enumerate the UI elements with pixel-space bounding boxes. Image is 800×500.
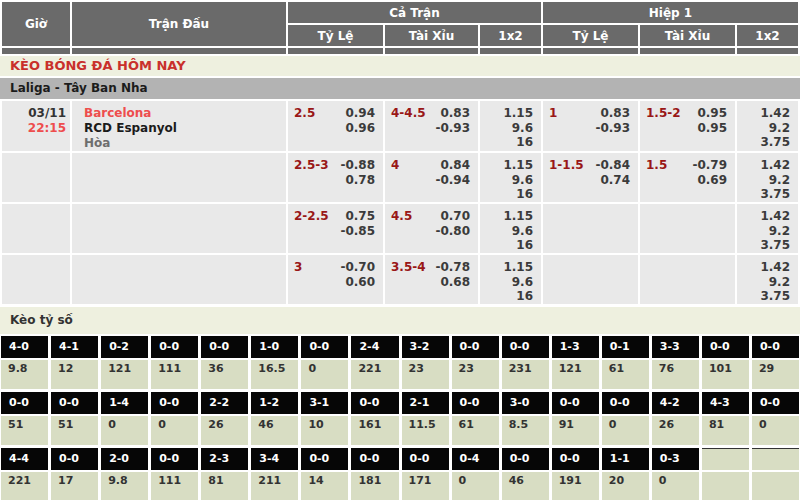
col-header-match: Trận Đấu: [72, 2, 286, 46]
ft-over-under-cell[interactable]: 3.5-4-0.780.68: [385, 255, 478, 304]
score-cell[interactable]: 0-091: [552, 392, 599, 445]
score-label: 3-3: [652, 336, 699, 358]
score-cell[interactable]: 0-0111: [151, 448, 198, 500]
h1-over-under-cell[interactable]: 1.5-0.790.69: [640, 153, 735, 202]
score-label: 0-0: [402, 448, 449, 470]
score-cell[interactable]: 4-09.8: [1, 336, 48, 389]
col-header-h1-1x2: 1x2: [737, 25, 798, 46]
score-cell[interactable]: 0-0181: [351, 448, 398, 500]
ft-1x2-cell[interactable]: 1.159.616: [480, 204, 541, 253]
score-odds: 26: [652, 416, 699, 445]
ft-over-under-cell[interactable]: 40.84-0.94: [385, 153, 478, 202]
odds-value: 0.68: [385, 275, 470, 290]
ft-handicap-cell[interactable]: 3-0.700.60: [288, 255, 383, 304]
score-cell[interactable]: 2-09.8: [101, 448, 148, 500]
score-cell[interactable]: 0-036: [201, 336, 248, 389]
score-cell[interactable]: 0-051: [51, 392, 98, 445]
ft-handicap-cell[interactable]: 2-2.50.75-0.85: [288, 204, 383, 253]
score-cell[interactable]: 0-00: [602, 392, 649, 445]
score-cell[interactable]: 2-226: [201, 392, 248, 445]
h1-1x2-cell[interactable]: 1.429.23.75: [737, 101, 798, 151]
score-cell[interactable]: 2-4221: [351, 336, 398, 389]
score-cell[interactable]: 0-00: [301, 336, 348, 389]
odds-value: 3.75: [737, 187, 790, 202]
score-odds: 0: [151, 416, 198, 445]
score-cell[interactable]: 0-061: [452, 392, 499, 445]
score-cell[interactable]: 0-0231: [502, 336, 549, 389]
score-cell[interactable]: 4-381: [702, 392, 749, 445]
time-cell: [2, 204, 70, 253]
score-label: 0-3: [652, 448, 699, 470]
score-cell[interactable]: 2-111.5: [402, 392, 449, 445]
ft-1x2-cell[interactable]: 1.159.616: [480, 101, 541, 151]
score-cell[interactable]: 3-376: [652, 336, 699, 389]
score-cell[interactable]: 1-120: [602, 448, 649, 500]
score-cell[interactable]: 1-246: [251, 392, 298, 445]
score-cell[interactable]: 0-00: [151, 392, 198, 445]
ft-over-under-cell[interactable]: 4.50.70-0.80: [385, 204, 478, 253]
score-cell[interactable]: 0-029: [752, 336, 799, 389]
odds-value: 16: [480, 135, 533, 150]
h1-1x2-cell[interactable]: 1.429.23.75: [737, 255, 798, 304]
col-header-h1-over-under: Tài Xỉu: [640, 25, 735, 46]
odds-value: 9.6: [480, 173, 533, 188]
h1-1x2-cell[interactable]: 1.429.23.75: [737, 204, 798, 253]
score-cell[interactable]: 1-016.5: [251, 336, 298, 389]
odds-value: 1.42: [737, 158, 790, 173]
score-cell[interactable]: 1-3121: [552, 336, 599, 389]
score-odds: 51: [1, 416, 48, 445]
match-cell: [72, 204, 286, 253]
score-cell[interactable]: 3-110: [301, 392, 348, 445]
score-label: 0-0: [502, 336, 549, 358]
score-cell[interactable]: 4-226: [652, 392, 699, 445]
score-cell[interactable]: 0-051: [1, 392, 48, 445]
h1-over-under-line: 1.5: [646, 158, 667, 172]
score-cell[interactable]: 0-046: [502, 448, 549, 500]
h1-over-under-cell[interactable]: 1.5-20.950.95: [640, 101, 735, 151]
odds-value: -0.80: [385, 224, 470, 239]
score-cell[interactable]: 3-223: [402, 336, 449, 389]
h1-handicap-cell[interactable]: 10.83-0.93: [543, 101, 638, 151]
score-odds: 211: [251, 472, 298, 500]
score-cell[interactable]: 2-381: [201, 448, 248, 500]
ft-1x2-cell[interactable]: 1.159.616: [480, 153, 541, 202]
ft-1x2-cell[interactable]: 1.159.616: [480, 255, 541, 304]
score-cell[interactable]: 0-0161: [351, 392, 398, 445]
score-cell[interactable]: 1-40: [101, 392, 148, 445]
h1-over-under-cell: [640, 255, 735, 304]
score-cell[interactable]: 0-014: [301, 448, 348, 500]
score-cell[interactable]: 0-161: [602, 336, 649, 389]
ft-handicap-cell[interactable]: 2.5-3-0.880.78: [288, 153, 383, 202]
score-cell[interactable]: 0-00: [752, 392, 799, 445]
odds-value: 9.6: [480, 121, 533, 136]
score-label: 4-3: [702, 392, 749, 414]
odds-row: 2.5-3-0.880.7840.84-0.941.159.6161-1.5-0…: [2, 153, 798, 202]
score-cell[interactable]: 0-0171: [402, 448, 449, 500]
score-odds: 9.8: [1, 360, 48, 389]
h1-handicap-cell[interactable]: 1-1.5-0.840.74: [543, 153, 638, 202]
score-cell[interactable]: 4-112: [51, 336, 98, 389]
ft-handicap-cell[interactable]: 2.50.940.96: [288, 101, 383, 151]
away-team: RCD Espanyol: [84, 121, 286, 136]
score-label: 1-4: [101, 392, 148, 414]
score-cell[interactable]: 4-4221: [1, 448, 48, 500]
score-label: 1-0: [251, 336, 298, 358]
score-cell[interactable]: 3-08.5: [502, 392, 549, 445]
score-cell[interactable]: 0-0101: [702, 336, 749, 389]
score-cell[interactable]: 0-30: [652, 448, 699, 500]
score-cell[interactable]: 0-0191: [552, 448, 599, 500]
score-row: 4-42210-0172-09.80-01112-3813-42110-0140…: [1, 448, 799, 500]
score-odds: 221: [351, 360, 398, 389]
score-cell[interactable]: 0-2121: [101, 336, 148, 389]
ft-over-under-line: 4: [391, 158, 399, 172]
odds-value: -0.93: [385, 121, 470, 136]
score-cell[interactable]: 0-023: [452, 336, 499, 389]
h1-1x2-cell[interactable]: 1.429.23.75: [737, 153, 798, 202]
score-cell-empty: [752, 448, 799, 500]
score-cell[interactable]: 0-017: [51, 448, 98, 500]
score-cell[interactable]: 0-0111: [151, 336, 198, 389]
odds-value: 3.75: [737, 289, 790, 304]
score-cell[interactable]: 3-4211: [251, 448, 298, 500]
ft-over-under-cell[interactable]: 4-4.50.83-0.93: [385, 101, 478, 151]
score-cell[interactable]: 0-40: [452, 448, 499, 500]
